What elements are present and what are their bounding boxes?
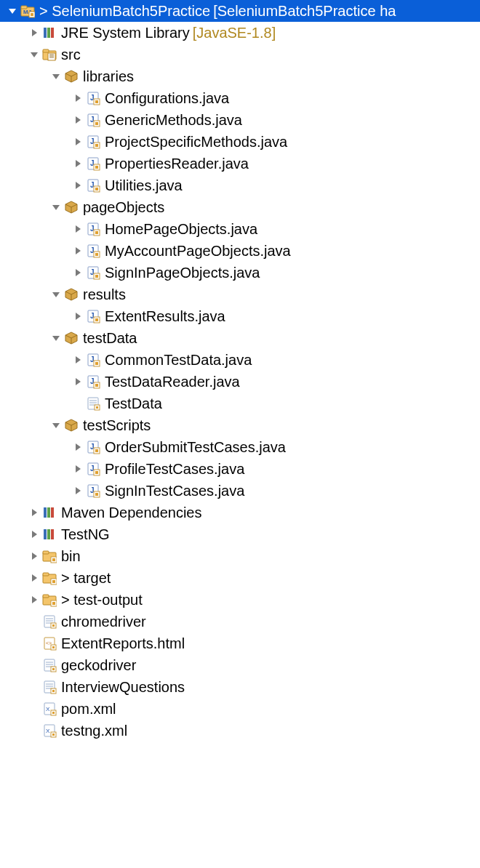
svg-rect-170 — [52, 734, 55, 736]
expand-arrow-right-icon[interactable] — [73, 442, 83, 452]
tree-row[interactable]: <>ExtentReports.html — [0, 632, 480, 654]
expand-arrow-down-icon[interactable] — [51, 333, 61, 343]
tree-item-label: Maven Dependencies — [61, 505, 201, 521]
expand-arrow-down-icon[interactable] — [51, 420, 61, 430]
tree-row[interactable]: TestNG — [0, 523, 480, 545]
tree-row[interactable]: testScripts — [0, 414, 480, 436]
tree-row[interactable]: Maven Dependencies — [0, 502, 480, 523]
svg-rect-125 — [51, 529, 54, 539]
expand-arrow-right-icon[interactable] — [73, 115, 83, 125]
tree-row[interactable]: JPropertiesReader.java — [0, 153, 480, 174]
tree-item-label: > SeleniumBatch5Practice — [39, 3, 210, 20]
tree-row[interactable]: JExtentResults.java — [0, 305, 480, 327]
svg-rect-120 — [47, 507, 50, 518]
svg-rect-119 — [44, 507, 47, 518]
tree-row[interactable]: JOrderSubmitTestCases.java — [0, 436, 480, 458]
tree-row[interactable]: > test-output — [0, 589, 480, 611]
tree-row[interactable]: Xtestng.xml — [0, 720, 480, 742]
tree-row[interactable]: JHomePageObjects.java — [0, 218, 480, 240]
java-icon: J — [86, 156, 100, 171]
tree-row[interactable]: JMyAccountPageObjects.java — [0, 240, 480, 262]
expand-arrow-down-icon[interactable] — [51, 289, 61, 300]
expand-arrow-right-icon[interactable] — [73, 355, 83, 365]
file-icon — [42, 658, 57, 672]
tree-row[interactable]: JGenericMethods.java — [0, 109, 480, 131]
svg-rect-166 — [52, 712, 55, 714]
expand-arrow-right-icon[interactable] — [29, 551, 39, 561]
svg-marker-42 — [76, 182, 81, 189]
tree-row[interactable]: geckodriver — [0, 654, 480, 676]
svg-marker-27 — [76, 116, 81, 124]
tree-row[interactable]: JProjectSpecificMethods.java — [0, 131, 480, 153]
expand-arrow-right-icon[interactable] — [29, 573, 39, 583]
expand-arrow-right-icon[interactable] — [73, 180, 83, 190]
expand-arrow-right-icon[interactable] — [73, 486, 83, 496]
expand-arrow-right-icon[interactable] — [73, 268, 83, 278]
tree-item-label: Configurations.java — [105, 90, 229, 107]
tree-item-label: TestDataReader.java — [105, 374, 240, 390]
expand-arrow-right-icon[interactable] — [73, 464, 83, 474]
svg-rect-121 — [51, 507, 54, 518]
tree-item-label: ProfileTestCases.java — [105, 461, 244, 478]
tree-row[interactable]: > target — [0, 567, 480, 589]
svg-marker-118 — [32, 509, 37, 516]
expand-arrow-right-icon[interactable] — [73, 224, 83, 234]
svg-rect-124 — [47, 529, 50, 539]
expand-arrow-right-icon[interactable] — [73, 137, 83, 147]
expand-arrow-none — [29, 704, 39, 714]
expand-arrow-right-icon[interactable] — [73, 93, 83, 103]
svg-marker-32 — [76, 138, 81, 145]
svg-marker-72 — [76, 313, 81, 320]
expand-arrow-down-icon[interactable] — [7, 6, 17, 16]
tree-row[interactable]: JUtilities.java — [0, 174, 480, 196]
svg-rect-9 — [51, 28, 54, 38]
tree-row[interactable]: JTestDataReader.java — [0, 371, 480, 393]
tree-row[interactable]: chromedriver — [0, 611, 480, 632]
tree-row[interactable]: bin — [0, 545, 480, 567]
svg-marker-57 — [76, 247, 81, 254]
tree-row[interactable]: InterviewQuestions — [0, 676, 480, 698]
expand-arrow-right-icon[interactable] — [29, 28, 39, 38]
tree-row[interactable]: JSignInTestCases.java — [0, 480, 480, 502]
expand-arrow-down-icon[interactable] — [51, 202, 61, 212]
tree-row[interactable]: pageObjects — [0, 196, 480, 218]
tree-item-label: ProjectSpecificMethods.java — [105, 134, 287, 150]
tree-row[interactable]: JCommonTestData.java — [0, 349, 480, 371]
svg-rect-5 — [31, 13, 33, 16]
tree-row[interactable]: JSignInPageObjects.java — [0, 262, 480, 284]
tree-row[interactable]: JConfigurations.java — [0, 87, 480, 109]
tree-row[interactable]: MJ> SeleniumBatch5Practice [SeleniumBatc… — [0, 0, 480, 22]
tree-item-label: ExtentResults.java — [105, 308, 225, 325]
expand-arrow-right-icon[interactable] — [73, 158, 83, 169]
folder-icon — [42, 571, 57, 585]
tree-row[interactable]: JProfileTestCases.java — [0, 458, 480, 480]
expand-arrow-right-icon[interactable] — [29, 507, 39, 518]
svg-marker-22 — [76, 95, 81, 102]
tree-row[interactable]: results — [0, 284, 480, 305]
svg-rect-123 — [44, 529, 47, 539]
svg-rect-156 — [52, 668, 55, 670]
tree-item-label: CommonTestData.java — [105, 352, 252, 369]
tree-row[interactable]: TestData — [0, 393, 480, 414]
svg-text:X: X — [46, 706, 50, 712]
svg-marker-6 — [32, 29, 37, 36]
tree-row[interactable]: Xpom.xml — [0, 698, 480, 720]
expand-arrow-none — [29, 726, 39, 736]
svg-marker-113 — [76, 487, 81, 494]
expand-arrow-right-icon[interactable] — [29, 595, 39, 605]
xml-icon: X — [42, 702, 57, 716]
tree-row[interactable]: src — [0, 44, 480, 65]
tree-row[interactable]: testData — [0, 327, 480, 349]
svg-rect-128 — [43, 551, 49, 554]
java-icon: J — [86, 91, 100, 105]
expand-arrow-right-icon[interactable] — [29, 529, 39, 539]
expand-arrow-right-icon[interactable] — [73, 311, 83, 321]
tree-item-label: testng.xml — [61, 723, 127, 739]
tree-row[interactable]: JRE System Library [JavaSE-1.8] — [0, 22, 480, 44]
expand-arrow-down-icon[interactable] — [29, 49, 39, 60]
expand-arrow-right-icon[interactable] — [73, 246, 83, 256]
svg-rect-86 — [95, 362, 98, 365]
expand-arrow-right-icon[interactable] — [73, 377, 83, 387]
tree-row[interactable]: libraries — [0, 65, 480, 87]
expand-arrow-down-icon[interactable] — [51, 71, 61, 81]
